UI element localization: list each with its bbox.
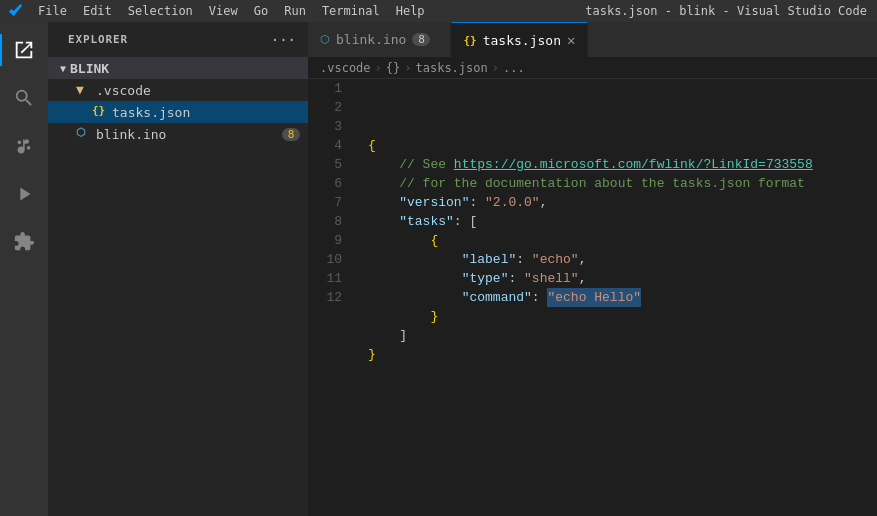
code-line-12: } bbox=[368, 345, 877, 364]
editor-area: ⬡ blink.ino 8 {} tasks.json ✕ .vscode › … bbox=[308, 22, 877, 516]
tab-blink-ino[interactable]: ⬡ blink.ino 8 bbox=[308, 22, 451, 57]
line-number-9: 9 bbox=[308, 231, 342, 250]
activity-explorer[interactable] bbox=[0, 26, 48, 74]
sidebar-item-blink-ino[interactable]: ⬡ blink.ino 8 bbox=[48, 123, 308, 145]
line-number-8: 8 bbox=[308, 212, 342, 231]
line-number-4: 4 bbox=[308, 136, 342, 155]
breadcrumb-brace[interactable]: {} bbox=[386, 61, 400, 75]
code-line-5: "tasks": [ bbox=[368, 212, 877, 231]
sidebar: Explorer ··· ▼ BLINK ▼ .vscode {} tasks.… bbox=[48, 22, 308, 516]
breadcrumb-sep2: › bbox=[404, 61, 411, 75]
sidebar-header: Explorer ··· bbox=[48, 22, 308, 57]
line-number-10: 10 bbox=[308, 250, 342, 269]
line-number-1: 1 bbox=[308, 79, 342, 98]
menu-run[interactable]: Run bbox=[276, 2, 314, 20]
menu-view[interactable]: View bbox=[201, 2, 246, 20]
code-line-9: "command": "echo Hello" bbox=[368, 288, 877, 307]
sidebar-content: ▼ BLINK ▼ .vscode {} tasks.json ⬡ blink.… bbox=[48, 57, 308, 516]
activity-search[interactable] bbox=[0, 74, 48, 122]
menu-help[interactable]: Help bbox=[388, 2, 433, 20]
tab-tasks-json-label: tasks.json bbox=[483, 33, 561, 48]
breadcrumb-tasks-json[interactable]: tasks.json bbox=[416, 61, 488, 75]
breadcrumb-vscode[interactable]: .vscode bbox=[320, 61, 371, 75]
root-folder-label: BLINK bbox=[70, 61, 109, 76]
menu-terminal[interactable]: Terminal bbox=[314, 2, 388, 20]
code-editor[interactable]: 123456789101112 { // See https://go.micr… bbox=[308, 79, 877, 516]
breadcrumb-sep3: › bbox=[492, 61, 499, 75]
line-numbers: 123456789101112 bbox=[308, 79, 352, 516]
ino-file-icon: ⬡ bbox=[76, 126, 92, 142]
code-line-7: "label": "echo", bbox=[368, 250, 877, 269]
app-icon bbox=[8, 3, 24, 19]
folder-collapse-arrow: ▼ bbox=[60, 63, 66, 74]
sidebar-title: Explorer bbox=[68, 33, 128, 46]
menu-edit[interactable]: Edit bbox=[75, 2, 120, 20]
line-number-2: 2 bbox=[308, 98, 342, 117]
blink-ino-label: blink.ino bbox=[96, 127, 166, 142]
activity-extensions[interactable] bbox=[0, 218, 48, 266]
line-number-12: 12 bbox=[308, 288, 342, 307]
code-content[interactable]: { // See https://go.microsoft.com/fwlink… bbox=[352, 79, 877, 516]
code-line-1: { bbox=[368, 136, 877, 155]
sidebar-item-tasks-json[interactable]: {} tasks.json bbox=[48, 101, 308, 123]
code-line-2: // See https://go.microsoft.com/fwlink/?… bbox=[368, 155, 877, 174]
line-number-3: 3 bbox=[308, 117, 342, 136]
activity-bar bbox=[0, 22, 48, 516]
menu-selection[interactable]: Selection bbox=[120, 2, 201, 20]
vscode-folder-label: .vscode bbox=[96, 83, 151, 98]
tab-ino-icon: ⬡ bbox=[320, 33, 330, 46]
code-line-10: } bbox=[368, 307, 877, 326]
code-line-6: { bbox=[368, 231, 877, 250]
code-line-11: ] bbox=[368, 326, 877, 345]
tab-blink-badge: 8 bbox=[412, 33, 430, 46]
sidebar-root-folder[interactable]: ▼ BLINK bbox=[48, 57, 308, 79]
breadcrumb: .vscode › {} › tasks.json › ... bbox=[308, 57, 877, 79]
menu-go[interactable]: Go bbox=[246, 2, 276, 20]
code-line-4: "version": "2.0.0", bbox=[368, 193, 877, 212]
tab-tasks-json[interactable]: {} tasks.json ✕ bbox=[451, 22, 588, 57]
tab-close-button[interactable]: ✕ bbox=[567, 33, 575, 47]
code-line-8: "type": "shell", bbox=[368, 269, 877, 288]
line-number-11: 11 bbox=[308, 269, 342, 288]
blink-ino-badge: 8 bbox=[282, 128, 300, 141]
activity-run[interactable] bbox=[0, 170, 48, 218]
menu-file[interactable]: File bbox=[30, 2, 75, 20]
line-number-6: 6 bbox=[308, 174, 342, 193]
json-file-icon: {} bbox=[92, 104, 108, 120]
sidebar-more-actions[interactable]: ··· bbox=[271, 32, 296, 48]
breadcrumb-dots[interactable]: ... bbox=[503, 61, 525, 75]
tab-blink-ino-label: blink.ino bbox=[336, 32, 406, 47]
line-number-5: 5 bbox=[308, 155, 342, 174]
title-bar: File Edit Selection View Go Run Terminal… bbox=[0, 0, 877, 22]
main-container: Explorer ··· ▼ BLINK ▼ .vscode {} tasks.… bbox=[0, 22, 877, 516]
breadcrumb-sep1: › bbox=[375, 61, 382, 75]
line-number-7: 7 bbox=[308, 193, 342, 212]
activity-source-control[interactable] bbox=[0, 122, 48, 170]
sidebar-item-vscode[interactable]: ▼ .vscode bbox=[48, 79, 308, 101]
tasks-json-label: tasks.json bbox=[112, 105, 190, 120]
folder-icon: ▼ bbox=[76, 82, 92, 98]
window-title: tasks.json - blink - Visual Studio Code bbox=[585, 4, 867, 18]
tab-bar: ⬡ blink.ino 8 {} tasks.json ✕ bbox=[308, 22, 877, 57]
tab-json-icon: {} bbox=[463, 34, 476, 47]
code-line-3: // for the documentation about the tasks… bbox=[368, 174, 877, 193]
